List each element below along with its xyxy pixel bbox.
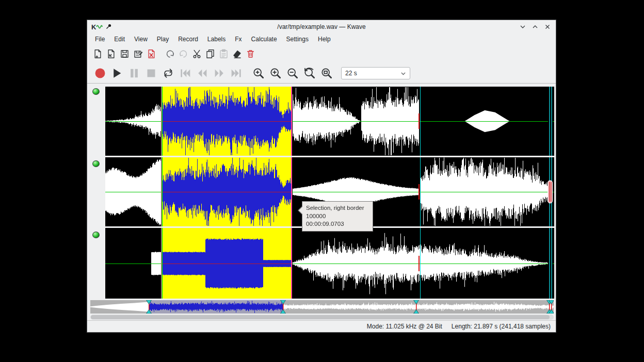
window-title: /var/tmp/example.wav — Kwave xyxy=(87,23,556,30)
record-button[interactable] xyxy=(91,64,108,82)
file-open-button[interactable] xyxy=(104,47,118,60)
copy-button[interactable] xyxy=(203,47,217,60)
skip-forward-button[interactable] xyxy=(228,64,245,82)
track-1-enable-led[interactable] xyxy=(92,88,100,95)
track-3-waveform[interactable] xyxy=(105,228,554,299)
tooltip-line-2: 100000 xyxy=(306,212,369,221)
menu-edit[interactable]: Edit xyxy=(109,35,130,44)
minimize-button[interactable] xyxy=(519,23,527,31)
file-new-button[interactable] xyxy=(91,47,104,60)
selection-tooltip: Selection, right border 100000 00:00:09.… xyxy=(302,201,373,232)
menu-record[interactable]: Record xyxy=(173,35,203,44)
pause-button[interactable] xyxy=(125,64,142,82)
menu-labels[interactable]: Labels xyxy=(203,35,230,44)
skip-back-button[interactable] xyxy=(176,64,194,82)
file-toolbar xyxy=(87,44,556,63)
delete-button[interactable] xyxy=(244,47,257,60)
close-button[interactable] xyxy=(543,23,552,31)
chevron-down-icon xyxy=(400,71,406,76)
track-1-waveform[interactable] xyxy=(105,87,554,156)
kwave-logo-icon: K xyxy=(91,23,103,31)
playback-toolbar: 22 s xyxy=(87,63,556,84)
menu-help[interactable]: Help xyxy=(313,35,335,44)
zoom-selection-button[interactable] xyxy=(250,64,267,82)
app-window: K /var/tmp/example.wav — Kwave FileEditV… xyxy=(87,20,556,333)
rewind-button[interactable] xyxy=(194,64,211,82)
zoom-time-value: 22 s xyxy=(345,70,357,77)
status-length: Length: 21.897 s (241,418 samples) xyxy=(452,323,551,330)
tooltip-line-1: Selection, right border xyxy=(306,204,369,212)
maximize-button[interactable] xyxy=(531,23,539,31)
zoom-in-button[interactable] xyxy=(267,64,284,82)
undo-button[interactable] xyxy=(163,47,176,60)
menu-play[interactable]: Play xyxy=(152,35,173,44)
file-save-as-button[interactable] xyxy=(131,47,144,60)
menu-view[interactable]: View xyxy=(130,35,152,44)
forward-button[interactable] xyxy=(211,64,228,82)
redo-button[interactable] xyxy=(176,47,190,60)
menu-calculate[interactable]: Calculate xyxy=(247,35,282,44)
paste-button[interactable] xyxy=(217,47,230,60)
menubar: FileEditViewPlayRecordLabelsFxCalculateS… xyxy=(87,34,556,44)
statusbar: Mode: 11.025 kHz @ 24 Bit Length: 21.897… xyxy=(87,320,556,332)
file-close-button[interactable] xyxy=(144,47,158,60)
pin-icon[interactable] xyxy=(106,22,112,31)
scrollbar-handle[interactable] xyxy=(91,315,550,319)
menu-fx[interactable]: Fx xyxy=(230,35,246,44)
zoom-time-select[interactable]: 22 s xyxy=(341,67,410,79)
status-mode: Mode: 11.025 kHz @ 24 Bit xyxy=(367,323,442,330)
track-3-enable-led[interactable] xyxy=(92,232,100,238)
file-save-button[interactable] xyxy=(118,47,131,60)
track-2-enable-led[interactable] xyxy=(92,160,100,167)
cut-button[interactable] xyxy=(190,47,203,60)
overview-waveform[interactable] xyxy=(90,300,554,314)
horizontal-scrollbar[interactable] xyxy=(90,315,554,320)
titlebar: K /var/tmp/example.wav — Kwave xyxy=(87,20,556,34)
menu-file[interactable]: File xyxy=(90,35,109,44)
eraser-button[interactable] xyxy=(230,47,244,60)
loop-button[interactable] xyxy=(159,64,176,82)
zoom-original-button[interactable] xyxy=(318,64,335,82)
menu-settings[interactable]: Settings xyxy=(282,35,313,44)
zoom-out-button[interactable] xyxy=(284,64,301,82)
zoom-all-button[interactable] xyxy=(301,64,318,82)
play-button[interactable] xyxy=(108,64,125,82)
tooltip-line-3: 00:00:09.0703 xyxy=(306,220,369,228)
stop-button[interactable] xyxy=(142,64,159,82)
